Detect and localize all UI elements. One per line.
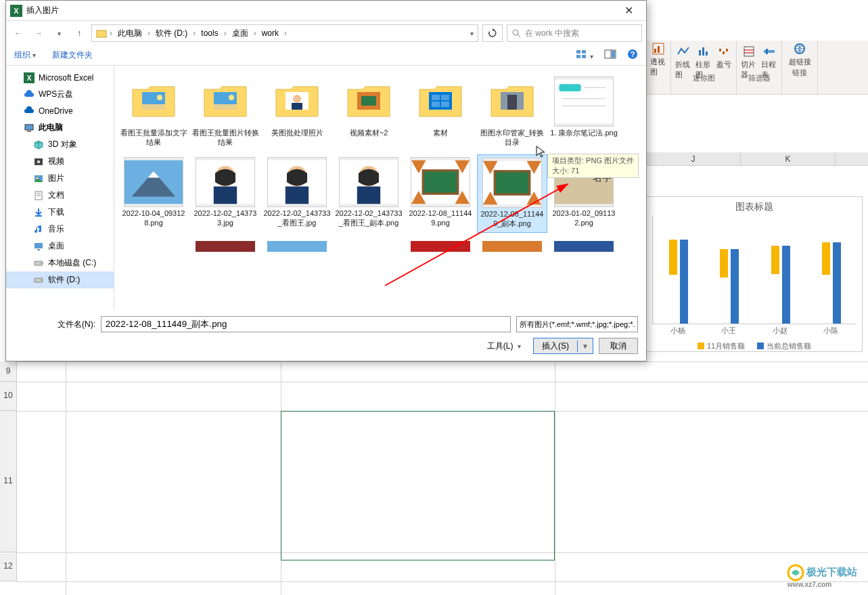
breadcrumb[interactable]: 此电脑 <box>115 28 145 39</box>
file-item[interactable]: 2022-10-04_093128.png <box>118 154 189 234</box>
preview-pane-button[interactable] <box>604 49 616 61</box>
file-item[interactable]: 美图批处理照片 <box>262 74 332 152</box>
file-item[interactable]: 素材 <box>405 74 476 152</box>
slicer-button[interactable]: 切片器 <box>741 45 757 69</box>
navigation-tree[interactable]: XMicrosoft ExcelWPS云盘OneDrive此电脑3D 对象视频图… <box>6 66 114 311</box>
nav-item-image[interactable]: 图片 <box>6 170 114 187</box>
file-list-pane[interactable]: 看图王批量添加文字结果看图王批量图片转换结果美图批处理照片视频素材~2素材图图水… <box>114 66 646 311</box>
nav-item-onedrive[interactable]: OneDrive <box>6 103 114 119</box>
filetype-select[interactable] <box>516 316 638 332</box>
row-header[interactable]: 10 <box>0 382 17 411</box>
nav-item-desktop[interactable]: 桌面 <box>6 238 114 255</box>
close-button[interactable]: ✕ <box>615 4 642 17</box>
row-header[interactable]: 11 <box>0 411 17 552</box>
nav-recent-dropdown[interactable]: ▾ <box>51 25 67 41</box>
tools-menu[interactable]: 工具(L) ▾ <box>487 340 521 352</box>
sparkline-line-button[interactable]: 折线图 <box>675 45 691 69</box>
file-item[interactable]: 2022-12-02_143733.jpg <box>190 154 260 234</box>
nav-item-video[interactable]: 视频 <box>6 153 114 170</box>
row-header[interactable]: 9 <box>0 361 17 382</box>
breadcrumb[interactable]: work <box>259 28 281 38</box>
svg-line-19 <box>518 35 520 37</box>
dialog-title: 插入图片 <box>26 5 615 16</box>
svg-rect-23 <box>582 55 586 58</box>
bar <box>782 246 790 324</box>
dialog-toolbar: 组织 ▾ 新建文件夹 ▾ ? <box>6 45 646 66</box>
svg-rect-60 <box>441 95 449 100</box>
organize-menu[interactable]: 组织 ▾ <box>14 49 36 61</box>
nav-item-excel[interactable]: XMicrosoft Excel <box>6 70 114 86</box>
svg-rect-41 <box>35 243 43 248</box>
svg-rect-79 <box>357 186 380 204</box>
ribbon-group-label: 链接 <box>792 66 807 78</box>
nav-item-cloud-blue[interactable]: WPS云盘 <box>6 86 114 103</box>
sparkline-column-button[interactable]: 柱形图 <box>695 45 712 69</box>
nav-item-music[interactable]: 音乐 <box>6 221 114 238</box>
nav-item-disk[interactable]: 软件 (D:) <box>6 271 114 288</box>
bar <box>731 249 739 324</box>
filename-input[interactable] <box>101 316 511 332</box>
breadcrumb[interactable]: 软件 (D:) <box>153 28 190 39</box>
svg-rect-76 <box>285 186 309 204</box>
nav-up-button[interactable]: ↑ <box>71 25 87 41</box>
nav-item-disk[interactable]: 本地磁盘 (C:) <box>6 255 114 271</box>
hyperlink-button[interactable]: 超链接 <box>786 42 813 66</box>
selected-cell[interactable] <box>281 411 555 560</box>
help-button[interactable]: ? <box>627 49 638 62</box>
breadcrumb[interactable]: tools <box>198 28 221 38</box>
col-header-j[interactable]: J <box>646 152 741 165</box>
svg-rect-58 <box>429 92 452 110</box>
svg-rect-20 <box>576 50 580 53</box>
search-input[interactable]: 在 work 中搜索 <box>507 24 642 42</box>
view-mode-button[interactable]: ▾ <box>576 49 593 61</box>
breadcrumb[interactable]: 桌面 <box>229 28 251 39</box>
excel-icon: X <box>10 5 22 17</box>
file-item[interactable]: 2022-12-02_143733_看图王_副本.png <box>334 154 404 234</box>
file-item[interactable]: 视频素材~2 <box>334 74 404 152</box>
svg-rect-61 <box>432 102 440 107</box>
svg-rect-51 <box>214 104 237 110</box>
new-folder-button[interactable]: 新建文件夹 <box>52 49 93 61</box>
nav-item-doc[interactable]: 文档 <box>6 187 114 204</box>
svg-rect-12 <box>764 50 775 53</box>
chart-title: 图表标题 <box>647 197 862 216</box>
file-tooltip: 项目类型: PNG 图片文件 大小: 71 <box>547 154 639 178</box>
nav-item-download[interactable]: 下载 <box>6 204 114 221</box>
file-item[interactable]: 2022-12-08_111449_副本.png <box>477 154 547 234</box>
address-dropdown-icon[interactable]: ▾ <box>470 30 474 37</box>
bar <box>833 242 841 324</box>
svg-rect-1 <box>654 49 656 53</box>
cancel-button[interactable]: 取消 <box>599 338 638 354</box>
svg-rect-73 <box>214 186 237 204</box>
embedded-chart[interactable]: 图表标题 小杨小王小赵小陈 11月销售额 当前总销售额 <box>646 196 863 352</box>
svg-rect-3 <box>699 50 701 56</box>
file-item[interactable]: 图图水印管家_转换目录 <box>477 74 547 152</box>
nav-item-pc[interactable]: 此电脑 <box>6 119 114 136</box>
sparkline-winloss-button[interactable]: 盈亏 <box>716 45 732 69</box>
svg-rect-4 <box>702 47 704 56</box>
insert-button[interactable]: 插入(S)▼ <box>533 338 593 354</box>
file-item[interactable]: 1. 康奈尔笔记法.png <box>549 74 619 152</box>
ribbon-group-filters: 切片器 日程表 筛选器 <box>737 41 782 94</box>
file-item[interactable]: 2022-12-08_111449.png <box>405 154 476 234</box>
svg-rect-17 <box>97 30 106 37</box>
timeline-button[interactable]: 日程表 <box>761 45 777 69</box>
dialog-titlebar[interactable]: X 插入图片 ✕ <box>6 1 646 21</box>
refresh-button[interactable] <box>482 24 503 42</box>
address-bar[interactable]: › 此电脑› 软件 (D:)› tools› 桌面› work› ▾ <box>91 24 478 42</box>
nav-item-cube[interactable]: 3D 对象 <box>6 136 114 153</box>
svg-rect-62 <box>441 102 449 107</box>
file-item[interactable]: 看图王批量图片转换结果 <box>190 74 260 152</box>
filename-label: 文件名(N): <box>14 319 95 330</box>
pivot-chart-button[interactable]: 透视图 <box>650 42 666 66</box>
row-header[interactable]: 12 <box>0 552 17 581</box>
svg-point-49 <box>157 95 162 100</box>
ribbon-group-sparklines: 折线图 柱形图 盈亏 迷你图 <box>671 41 737 94</box>
file-item[interactable]: 2022-12-02_143733_看图王.jpg <box>262 154 332 234</box>
nav-back-button[interactable]: ← <box>10 25 26 41</box>
svg-point-18 <box>513 30 518 35</box>
svg-text:X: X <box>14 7 19 15</box>
svg-rect-22 <box>576 55 580 58</box>
col-header-k[interactable]: K <box>741 152 836 165</box>
file-item[interactable]: 看图王批量添加文字结果 <box>118 74 189 152</box>
